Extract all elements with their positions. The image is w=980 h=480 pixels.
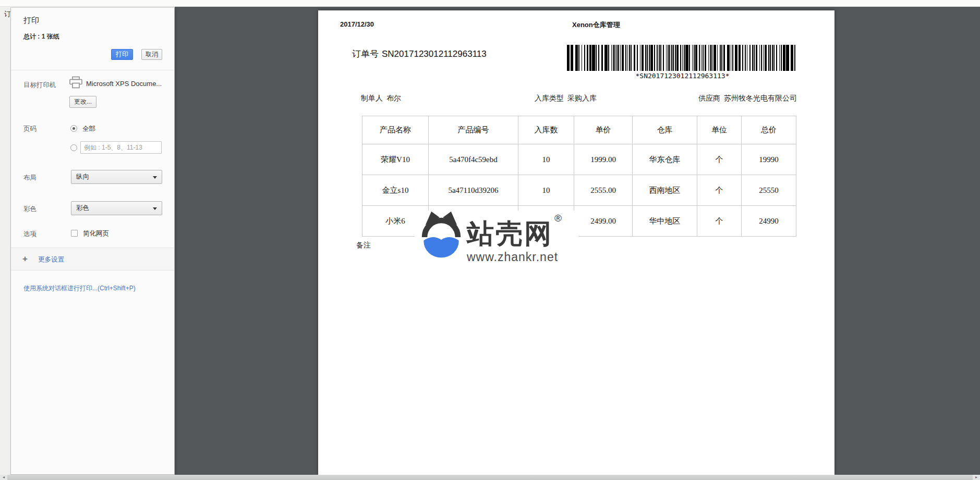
registered-mark-icon: ® bbox=[554, 213, 562, 224]
dialog-title: 打印 bbox=[23, 16, 39, 26]
barcode bbox=[567, 45, 798, 71]
column-header: 产品编号 bbox=[429, 116, 518, 144]
meta-inbound-type: 入库类型采购入库 bbox=[535, 94, 597, 103]
simplify-page-checkbox[interactable] bbox=[71, 230, 78, 237]
divider bbox=[11, 70, 174, 70]
table-row: 金立s105a47110d39206102555.00西南地区个25550 bbox=[362, 175, 796, 206]
meta-supplier-label: 供应商 bbox=[698, 94, 720, 102]
table-cell: 5a47110d39206 bbox=[429, 175, 518, 206]
table-cell: 10 bbox=[518, 144, 574, 175]
meta-creator: 制单人布尔 bbox=[361, 94, 401, 103]
print-header-date: 2017/12/30 bbox=[340, 20, 374, 28]
chevron-down-icon bbox=[153, 207, 157, 210]
table-row: 荣耀V105a470f4c59ebd101999.00华东仓库个19990 bbox=[362, 144, 796, 175]
simplify-page-label: 简化网页 bbox=[83, 229, 109, 238]
print-dialog: 打印 总计 : 1 张纸 打印 取消 目标打印机 Microsoft XPS D… bbox=[10, 7, 175, 475]
table-cell: 荣耀V10 bbox=[362, 144, 429, 175]
more-settings-label: 更多设置 bbox=[38, 255, 64, 264]
horizontal-scrollbar[interactable]: ◂ ▸ bbox=[0, 475, 980, 480]
print-header-title: Xenon仓库管理 bbox=[572, 20, 620, 30]
column-header: 产品名称 bbox=[362, 116, 429, 144]
color-label: 彩色 bbox=[23, 205, 37, 214]
printer-name: Microsoft XPS Docume... bbox=[86, 80, 176, 88]
table-cell: 10 bbox=[518, 175, 574, 206]
layout-label: 布局 bbox=[23, 174, 37, 182]
table-cell: 5a470f4c59ebd bbox=[429, 144, 518, 175]
table-cell: 个 bbox=[697, 144, 742, 175]
watermark: 站壳网 ® www.zhankr.net bbox=[415, 211, 579, 266]
meta-creator-label: 制单人 bbox=[361, 94, 383, 102]
more-settings-toggle[interactable]: 更多设置 bbox=[11, 248, 174, 270]
table-cell: 2555.00 bbox=[574, 175, 633, 206]
layout-select[interactable]: 纵向 bbox=[71, 170, 162, 184]
pages-label: 页码 bbox=[23, 125, 37, 133]
printer-icon bbox=[69, 76, 83, 89]
pages-all-label: 全部 bbox=[82, 125, 95, 133]
table-cell: 华东仓库 bbox=[633, 144, 697, 175]
table-header-row: 产品名称产品编号入库数单价仓库单位总价 bbox=[362, 116, 796, 144]
change-printer-button[interactable]: 更改... bbox=[69, 96, 96, 108]
pages-all-radio[interactable] bbox=[70, 125, 77, 132]
page-top-strip bbox=[0, 0, 980, 7]
system-dialog-link[interactable]: 使用系统对话框进行打印...(Ctrl+Shift+P) bbox=[23, 284, 136, 293]
scroll-left-icon[interactable]: ◂ bbox=[0, 475, 7, 480]
scroll-right-icon[interactable]: ▸ bbox=[973, 475, 980, 480]
table-cell: 24990 bbox=[742, 206, 796, 237]
table-cell: 西南地区 bbox=[633, 175, 697, 206]
table-cell: 金立s10 bbox=[362, 175, 429, 206]
column-header: 仓库 bbox=[633, 116, 697, 144]
order-number-label: 订单号 bbox=[352, 49, 379, 59]
table-cell: 个 bbox=[697, 206, 742, 237]
table-cell: 19990 bbox=[742, 144, 796, 175]
remarks-label: 备注 bbox=[356, 241, 371, 250]
column-header: 单位 bbox=[697, 116, 742, 144]
table-cell: 25550 bbox=[742, 175, 796, 206]
options-label: 选项 bbox=[23, 230, 37, 239]
destination-label: 目标打印机 bbox=[23, 81, 56, 90]
cat-logo-icon bbox=[420, 210, 463, 265]
color-select-value: 彩色 bbox=[76, 204, 89, 212]
order-number-line: 订单号SN2017123012112963113 bbox=[352, 48, 487, 60]
meta-creator-value: 布尔 bbox=[386, 94, 401, 102]
print-preview-page: 2017/12/30 Xenon仓库管理 订单号SN20171230121129… bbox=[318, 10, 834, 475]
meta-supplier: 供应商苏州牧冬光电有限公司 bbox=[698, 94, 797, 103]
meta-type-value: 采购入库 bbox=[567, 94, 597, 102]
watermark-url: www.zhankr.net bbox=[467, 250, 558, 264]
table-cell: 2499.00 bbox=[574, 206, 633, 237]
pages-range-input[interactable] bbox=[80, 141, 162, 154]
pages-range-radio[interactable] bbox=[70, 144, 77, 151]
print-button[interactable]: 打印 bbox=[111, 49, 133, 60]
column-header: 总价 bbox=[742, 116, 796, 144]
color-select[interactable]: 彩色 bbox=[71, 201, 162, 215]
table-cell: 华中地区 bbox=[633, 206, 697, 237]
table-cell: 1999.00 bbox=[574, 144, 633, 175]
barcode-label: *SN2017123012112963113* bbox=[567, 72, 798, 80]
total-sheets: 总计 : 1 张纸 bbox=[23, 32, 59, 41]
cancel-button[interactable]: 取消 bbox=[141, 49, 162, 60]
layout-select-value: 纵向 bbox=[76, 173, 89, 180]
meta-type-label: 入库类型 bbox=[535, 94, 564, 102]
order-number-value: SN2017123012112963113 bbox=[382, 49, 487, 59]
column-header: 单价 bbox=[574, 116, 633, 144]
table-cell: 个 bbox=[697, 175, 742, 206]
column-header: 入库数 bbox=[518, 116, 574, 144]
meta-supplier-value: 苏州牧冬光电有限公司 bbox=[724, 94, 797, 102]
chevron-down-icon bbox=[153, 176, 157, 179]
watermark-name: 站壳网 bbox=[467, 220, 553, 247]
plus-icon bbox=[22, 254, 28, 264]
